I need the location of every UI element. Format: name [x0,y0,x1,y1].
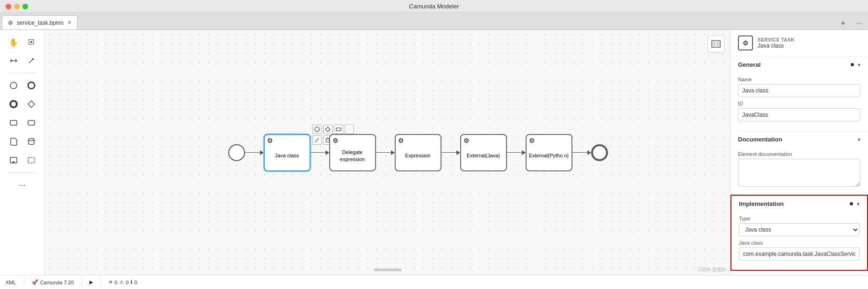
documentation-section-header[interactable]: Documentation ▾ [731,131,868,148]
delegate-expression-task[interactable]: ⚙ Delegate expression [329,134,376,171]
implementation-modified-dot [850,202,853,205]
cp-circle[interactable] [312,125,321,134]
gear-icon-2: ⚙ [333,137,339,144]
hand-tool-button[interactable]: ✋ [5,34,22,50]
end-event[interactable] [591,144,608,161]
diamond-button[interactable] [23,96,40,113]
async-section: Asynchronous continuations ▾ [731,271,868,275]
arrow-3 [376,150,394,155]
svg-point-0 [30,41,32,43]
database-button[interactable] [23,133,40,150]
name-field-label: Name [738,77,861,82]
tab-icon: ⚙ [8,20,13,26]
new-tab-button[interactable]: + [837,18,849,28]
expression-task[interactable]: ⚙ Expression [394,134,441,171]
delegate-label: Delegate expression [330,149,375,162]
external-python-task[interactable]: ⚙ External(Pytho n) [525,134,572,171]
name-input[interactable] [738,84,861,97]
tool-row-5 [5,114,40,131]
subprocess-button[interactable] [5,152,22,169]
svg-point-9 [28,82,35,89]
tool-row-7 [5,152,40,169]
type-select[interactable]: Java class Expression Delegate expressio… [739,223,860,236]
svg-rect-18 [28,157,35,163]
engine-label: Camunda 7.20 [40,280,74,285]
implementation-section-header[interactable]: Implementation ▾ [731,196,867,212]
warning-count: 0 [126,280,129,285]
start-event[interactable] [228,144,245,161]
general-section-header[interactable]: General ▾ [731,56,868,73]
warning-icon: ⚠ [119,279,124,285]
java-class-task[interactable]: ⚙ Java class [263,134,310,171]
general-section-title: General [738,61,760,68]
divider-1 [8,73,36,73]
svg-rect-29 [712,41,720,47]
space-tool-button[interactable] [5,52,22,69]
run-button[interactable]: ▶ [89,279,93,285]
dashed-rect-button[interactable] [23,152,40,169]
java-class-input[interactable] [739,247,860,261]
cp-rect[interactable] [333,125,343,134]
minimize-button[interactable] [14,4,20,9]
error-x-icon: ✕ [108,279,113,285]
xml-label: XML [6,280,16,285]
arrow-5 [506,150,525,155]
xml-button[interactable]: XML [6,280,16,285]
more-tabs-button[interactable]: ··· [854,19,864,27]
svg-point-8 [10,82,17,89]
gear-icon-5: ⚙ [529,137,535,144]
end-event-button[interactable] [5,96,22,113]
panel-type-label: SERVICE TASK [758,37,795,42]
gear-icon-4: ⚙ [463,137,470,144]
divider-bottom-3 [101,279,101,286]
arrow-4 [441,150,460,155]
circle-tool-button[interactable] [5,77,22,94]
tab-label: service_task.bpmn [17,20,64,26]
implementation-chevron-icon: ▾ [857,201,860,207]
external-java-task[interactable]: ⚙ External(Java) [460,134,506,171]
arrow-6 [572,150,591,155]
implementation-section: Implementation ▾ Type Java class Express… [731,195,868,271]
doc-textarea[interactable] [738,159,861,187]
arrow-1 [245,150,263,155]
panel-task-icon: ⚙ [738,35,753,50]
maximize-button[interactable] [22,4,28,9]
rounded-rect-button[interactable] [23,114,40,131]
arrow-2 [310,150,329,155]
rectangle-button[interactable] [5,114,22,131]
svg-point-19 [314,127,319,132]
bottom-bar: XML 🚀 Camunda 7.20 ▶ ✕ 0 ⚠ 0 ℹ 0 [0,275,868,289]
document-button[interactable] [5,133,22,150]
documentation-section-body: Element documentation [731,148,868,194]
watermark: CSDN @图扑 [698,267,726,273]
cp-more[interactable]: ··· [344,125,354,134]
cp-diamond[interactable] [323,125,332,134]
window-controls [6,4,28,9]
thick-circle-button[interactable] [23,77,40,94]
engine-label-item: 🚀 Camunda 7.20 [32,279,74,285]
id-input[interactable] [738,108,861,121]
id-field-label: ID [738,101,861,106]
general-section: General ▾ Name ID [731,56,868,131]
implementation-title-text: Implementation [739,200,784,207]
lasso-tool-button[interactable] [23,34,40,50]
documentation-chevron-icon: ▾ [858,136,861,143]
tool-row-3 [5,77,40,94]
more-tools-button[interactable]: ··· [14,176,31,193]
play-icon: ▶ [89,279,93,285]
tab-close-button[interactable]: ✕ [67,20,72,26]
divider-bottom-2 [81,279,82,286]
canvas-area[interactable]: ⚙ Java class ·· [45,30,730,275]
minimap-button[interactable] [708,35,724,52]
svg-rect-12 [10,120,17,125]
close-button[interactable] [6,4,11,9]
cp-row-1: ··· [312,125,354,134]
title-bar: Camunda Modeler [0,0,868,13]
tab-service-task[interactable]: ⚙ service_task.bpmn ✕ [2,15,78,29]
panel-header: ⚙ SERVICE TASK Java class [731,30,868,56]
global-connect-button[interactable] [23,52,40,69]
svg-point-14 [29,139,34,141]
expression-label: Expression [403,152,432,159]
async-section-header[interactable]: Asynchronous continuations ▾ [731,271,868,275]
cp-wrench[interactable] [312,135,321,145]
